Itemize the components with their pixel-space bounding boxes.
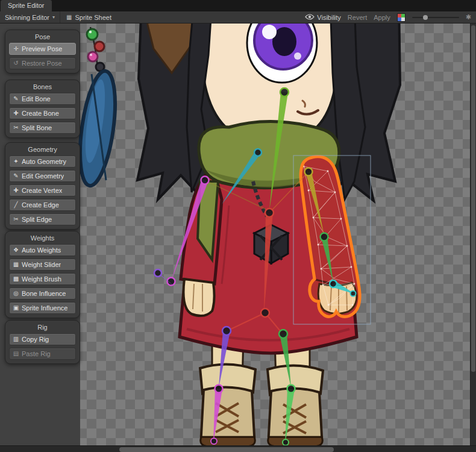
auto-weights-label: Auto Weights [22,246,61,254]
sprite-influence-icon: ▣ [13,305,19,311]
zoom-slider-thumb[interactable] [423,15,428,20]
weight-slider-label: Weight Slider [22,261,61,268]
weight-brush-icon: ▩ [13,276,19,282]
weight-slider-button[interactable]: ▦ Weight Slider [9,259,76,271]
auto-weights-button[interactable]: ❖ Auto Weights [9,244,76,256]
split-bone-label: Split Bone [22,124,52,131]
sprite-influence-label: Sprite Influence [22,304,67,312]
sprite-influence-button[interactable]: ▣ Sprite Influence [9,302,76,314]
restore-pose-label: Restore Pose [22,60,62,67]
mode-dropdown-label: Skinning Editor [5,14,49,21]
visibility-label: Visibility [317,14,341,21]
color-overlay-icon[interactable] [397,13,406,22]
split-bone-icon: ✂ [13,125,19,131]
paste-rig-button[interactable]: ▤ Paste Rig [9,348,76,360]
create-bone-icon: ✚ [13,110,19,116]
create-bone-button[interactable]: ✚ Create Bone [9,107,76,119]
panel-bones-title: Bones [5,82,80,93]
create-vertex-icon: ✚ [13,187,19,193]
panel-pose: Pose ✛ Preview Pose ↺ Restore Pose [5,30,80,74]
create-vertex-label: Create Vertex [22,187,62,194]
edit-bone-label: Edit Bone [22,95,51,102]
panel-geometry: Geometry ✦ Auto Geometry ✎ Edit Geometry… [5,142,80,230]
mode-dropdown[interactable]: Skinning Editor ▾ [0,11,60,23]
copy-rig-icon: ▥ [13,336,19,342]
auto-geometry-label: Auto Geometry [22,158,66,165]
chevron-down-icon: ▾ [52,14,55,20]
preview-pose-icon: ✛ [13,46,19,52]
panel-pose-title: Pose [5,32,80,43]
window-tab-bar: Sprite Editor [0,0,476,11]
split-edge-label: Split Edge [22,216,52,223]
sprite-editor-window: Sprite Editor Skinning Editor ▾ ▦ Sprite… [0,0,476,452]
horizontal-scrollbar[interactable] [0,445,476,452]
bone-influence-label: Bone Influence [22,290,66,297]
sprite-sheet-icon: ▦ [66,14,72,20]
sprite-canvas[interactable]: Pose ✛ Preview Pose ↺ Restore Pose Bones… [0,24,476,445]
paste-rig-icon: ▤ [13,351,19,357]
weight-slider-icon: ▦ [13,262,19,268]
split-edge-button[interactable]: ✂ Split Edge [9,213,76,225]
tab-sprite-editor[interactable]: Sprite Editor [1,0,52,11]
vertical-scrollbar[interactable] [470,24,476,445]
bone-influence-button[interactable]: ◎ Bone Influence [9,287,76,300]
create-edge-button[interactable]: ╱ Create Edge [9,199,76,211]
paste-rig-label: Paste Rig [22,350,51,357]
edit-bone-button[interactable]: ✎ Edit Bone [9,93,76,105]
zoom-slider[interactable] [412,14,459,21]
create-vertex-button[interactable]: ✚ Create Vertex [9,184,76,196]
toolbar: Skinning Editor ▾ ▦ Sprite Sheet Visibil… [0,11,476,24]
overlay-settings-icon[interactable]: ✱ [466,13,471,21]
restore-pose-button[interactable]: ↺ Restore Pose [9,57,76,69]
charm-art [74,27,121,188]
weight-brush-label: Weight Brush [22,275,61,283]
sprite-sheet-button[interactable]: ▦ Sprite Sheet [60,14,117,21]
vertical-scrollbar-thumb[interactable] [471,25,475,372]
left-boot-art [200,364,255,445]
edit-bone-icon: ✎ [13,96,19,102]
eye-icon [305,14,315,21]
panel-bones: Bones ✎ Edit Bone ✚ Create Bone ✂ Split … [5,80,80,138]
edit-geometry-label: Edit Geometry [22,172,64,180]
panel-rig: Rig ▥ Copy Rig ▤ Paste Rig [5,320,80,364]
visibility-toggle[interactable]: Visibility [305,14,341,21]
split-bone-button[interactable]: ✂ Split Bone [9,122,76,134]
copy-rig-button[interactable]: ▥ Copy Rig [9,333,76,345]
weight-brush-button[interactable]: ▩ Weight Brush [9,273,76,285]
copy-rig-label: Copy Rig [22,336,49,343]
edit-geometry-button[interactable]: ✎ Edit Geometry [9,170,76,182]
apply-button[interactable]: Apply [374,14,390,21]
sprite-sheet-label: Sprite Sheet [75,14,111,21]
panel-weights: Weights ❖ Auto Weights ▦ Weight Slider ▩… [5,231,80,318]
auto-geometry-icon: ✦ [13,159,19,165]
right-boot-art [268,365,323,445]
panel-weights-title: Weights [5,233,80,244]
panel-geometry-title: Geometry [5,145,80,155]
edit-geometry-icon: ✎ [13,173,19,179]
create-bone-label: Create Bone [22,110,59,117]
create-edge-icon: ╱ [13,202,19,208]
bone-influence-icon: ◎ [13,290,19,297]
restore-pose-icon: ↺ [13,60,19,66]
revert-button[interactable]: Revert [348,14,367,21]
auto-weights-icon: ❖ [13,247,19,253]
horizontal-scrollbar-thumb[interactable] [119,447,334,452]
panel-rig-title: Rig [5,322,80,333]
preview-pose-label: Preview Pose [22,45,62,52]
create-edge-label: Create Edge [22,201,59,209]
auto-geometry-button[interactable]: ✦ Auto Geometry [9,155,76,168]
preview-pose-button[interactable]: ✛ Preview Pose [9,43,76,55]
split-edge-icon: ✂ [13,216,19,222]
